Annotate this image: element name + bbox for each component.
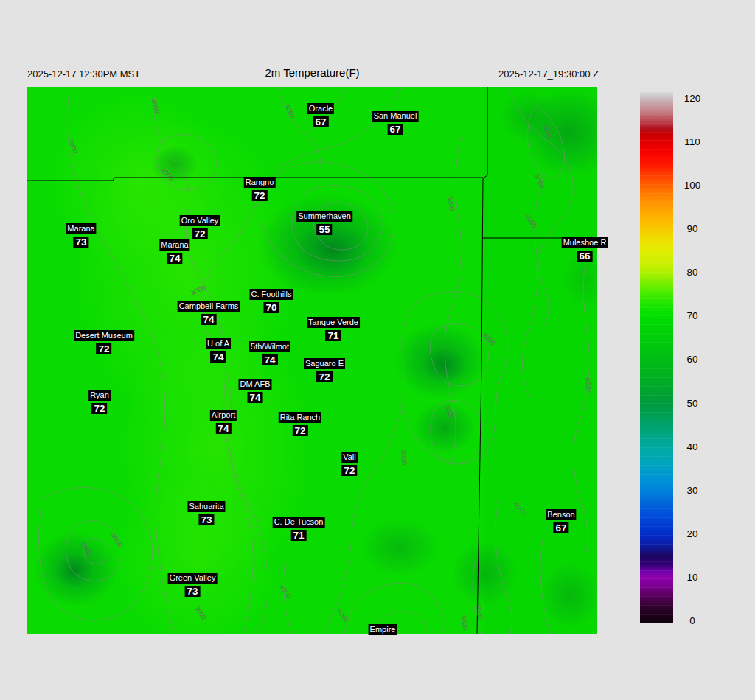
colorbar-tick: 50 — [669, 398, 715, 409]
station-name: Rita Ranch — [279, 412, 321, 423]
station: C. Foothills70 — [249, 287, 293, 314]
station: C. De Tucson71 — [273, 514, 325, 542]
station-layer: Oracle67San Manuel67Rangno72Marana73Oro … — [27, 87, 597, 634]
station: Sahuarita73 — [187, 499, 225, 526]
station-temperature: 71 — [290, 530, 306, 541]
colorbar-tick: 80 — [669, 267, 715, 278]
station-temperature: 74 — [201, 314, 216, 325]
station: Tanque Verde71 — [307, 315, 360, 342]
station-name: Desert Museum — [74, 330, 134, 341]
station-temperature: 71 — [325, 330, 341, 341]
station-temperature: 72 — [341, 465, 357, 476]
station-temperature: 66 — [577, 251, 592, 262]
station-name: Tanque Verde — [307, 317, 360, 328]
station-name: Benson — [546, 509, 576, 520]
station-temperature: 72 — [292, 425, 307, 436]
station: Marana74 — [159, 237, 189, 265]
temperature-colorbar — [640, 92, 673, 623]
station-temperature: 67 — [553, 522, 568, 533]
station: Summerhaven55 — [296, 209, 352, 236]
station: Empire — [369, 622, 397, 635]
station: DM AFB74 — [239, 377, 272, 404]
station-temperature: 67 — [387, 124, 403, 135]
station: Marana73 — [66, 221, 96, 248]
station-name: Airport — [210, 410, 237, 421]
station: Muleshoe R66 — [562, 235, 608, 262]
station: Benson67 — [546, 507, 576, 534]
station: U of A74 — [206, 336, 231, 363]
station: Oro Valley72 — [180, 213, 220, 240]
station-name: Saguaro E — [304, 358, 345, 369]
colorbar-tick: 90 — [669, 223, 715, 234]
station-name: Empire — [369, 624, 397, 635]
colorbar-tick-labels: 1201101009080706050403020100 — [669, 92, 715, 623]
station-name: U of A — [206, 338, 231, 349]
station: San Manuel67 — [372, 108, 419, 136]
station: Ryan72 — [88, 388, 111, 415]
station-temperature: 74 — [215, 423, 231, 434]
station-temperature: 74 — [247, 392, 262, 403]
station-name: Oracle — [307, 103, 334, 114]
utc-timestamp: 2025-12-17_19:30:00 Z — [442, 69, 599, 80]
station-temperature: 72 — [96, 343, 111, 354]
colorbar-tick: 40 — [669, 441, 715, 452]
station: Oracle67 — [307, 101, 334, 128]
station-temperature: 73 — [184, 586, 200, 597]
temperature-map: 2000300040004000300060005000300040004000… — [27, 87, 597, 634]
station-temperature: 72 — [91, 403, 107, 414]
station-temperature: 67 — [313, 116, 328, 127]
station-temperature: 74 — [167, 253, 182, 264]
station-name: Rangno — [244, 177, 276, 188]
station-temperature: 74 — [262, 354, 277, 365]
station: Desert Museum72 — [74, 328, 134, 355]
station-temperature: 72 — [192, 228, 207, 239]
colorbar-tick: 110 — [669, 136, 715, 147]
station-temperature: 73 — [198, 514, 214, 525]
station-temperature: 74 — [210, 351, 226, 363]
station-name: C. Foothills — [249, 289, 293, 300]
station-name: Summerhaven — [296, 211, 352, 222]
colorbar-tick: 0 — [669, 615, 715, 626]
station-name: Marana — [159, 239, 189, 251]
colorbar-tick: 60 — [669, 354, 715, 365]
station-name: Campbell Farms — [178, 301, 240, 312]
colorbar-tick: 10 — [669, 572, 715, 583]
station-name: DM AFB — [239, 379, 272, 390]
station-name: Sahuarita — [187, 501, 225, 512]
station-temperature: 72 — [316, 371, 332, 382]
station: Vail72 — [341, 449, 358, 477]
colorbar-tick: 120 — [669, 93, 715, 104]
station: Airport74 — [210, 407, 237, 435]
station-name: Marana — [66, 223, 96, 234]
station-temperature: 55 — [316, 224, 332, 235]
station: Green Valley73 — [168, 570, 218, 598]
station-name: Green Valley — [168, 573, 218, 584]
colorbar-tick: 70 — [669, 310, 715, 321]
weather-map-page: 2025-12-17 12:30PM MST 2m Temperature(F)… — [0, 0, 755, 700]
station-temperature: 73 — [73, 237, 88, 248]
station-name: Vail — [341, 452, 358, 463]
station: 5th/Wilmot74 — [249, 339, 290, 366]
colorbar-bands — [640, 92, 673, 623]
station: Rita Ranch72 — [279, 410, 321, 437]
station-temperature: 70 — [263, 302, 279, 313]
station-name: Muleshoe R — [562, 237, 608, 248]
station-name: San Manuel — [372, 111, 419, 122]
station-name: C. De Tucson — [273, 517, 325, 528]
colorbar-tick: 20 — [669, 528, 715, 539]
station: Rangno72 — [244, 175, 276, 202]
colorbar-tick: 100 — [669, 180, 715, 191]
station: Campbell Farms74 — [178, 298, 240, 326]
station: Saguaro E72 — [304, 356, 345, 383]
station-temperature: 72 — [251, 190, 267, 201]
colorbar-tick: 30 — [669, 485, 715, 496]
station-name: 5th/Wilmot — [249, 341, 290, 352]
station-name: Oro Valley — [180, 215, 220, 226]
station-name: Ryan — [88, 390, 111, 401]
